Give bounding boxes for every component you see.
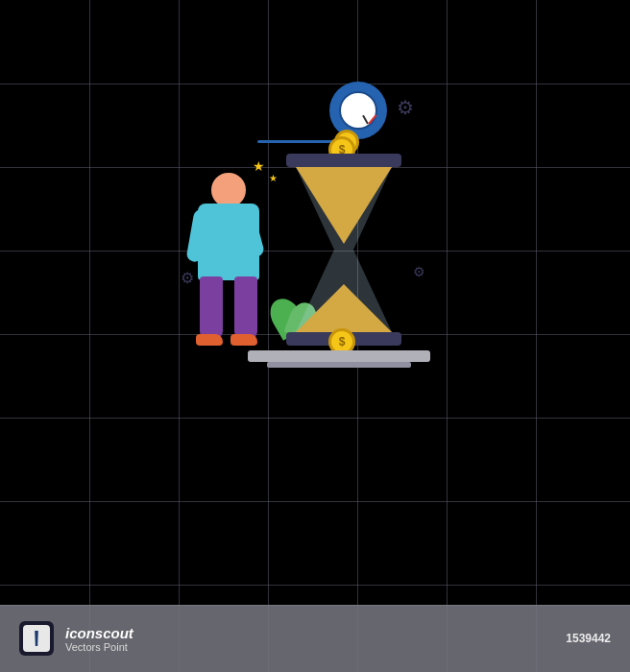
hourglass-top-frame xyxy=(286,154,401,167)
gear-icon-top-right: ⚙ xyxy=(397,96,418,117)
person-figure xyxy=(190,173,267,346)
person-pants-right xyxy=(234,276,257,339)
star-2: ★ xyxy=(269,173,278,183)
hourglass-sand-top xyxy=(296,167,392,244)
grid-v-1 xyxy=(89,0,90,672)
watermark-id: 1539442 xyxy=(566,632,611,645)
platform-base xyxy=(248,350,430,362)
gear-icon-right: ⚙ xyxy=(413,264,425,279)
platform-shadow xyxy=(267,362,411,368)
person-shoe-left xyxy=(196,334,223,346)
grid-h-7 xyxy=(0,585,630,586)
watermark-logo-inner xyxy=(23,625,50,652)
person-pants-left xyxy=(200,276,223,339)
person-head xyxy=(211,173,246,207)
clock-face xyxy=(339,91,377,130)
watermark-sub-label: Vectors Point xyxy=(65,641,133,653)
hourglass-sand-bottom xyxy=(296,284,392,332)
watermark-text-group: iconscout Vectors Point xyxy=(65,625,133,653)
watermark-brand-name: iconscout xyxy=(65,625,133,641)
grid-v-6 xyxy=(536,0,537,672)
connector-line xyxy=(257,140,334,143)
watermark-logo-container xyxy=(19,621,54,656)
watermark-bar: iconscout Vectors Point 1539442 xyxy=(0,605,630,672)
hourglass: $ $ xyxy=(286,154,401,346)
illustration-area: $ ⚙ ★ ★ ⚙ $ xyxy=(161,77,469,499)
watermark-logo-icon xyxy=(34,631,39,646)
main-container: $ ⚙ ★ ★ ⚙ $ xyxy=(0,0,630,672)
star-1: ★ xyxy=(253,158,265,174)
person-body xyxy=(198,204,259,280)
person-shoe-right xyxy=(230,334,257,346)
grid-h-6 xyxy=(0,501,630,502)
gear-icon-left: ⚙ xyxy=(181,269,194,287)
